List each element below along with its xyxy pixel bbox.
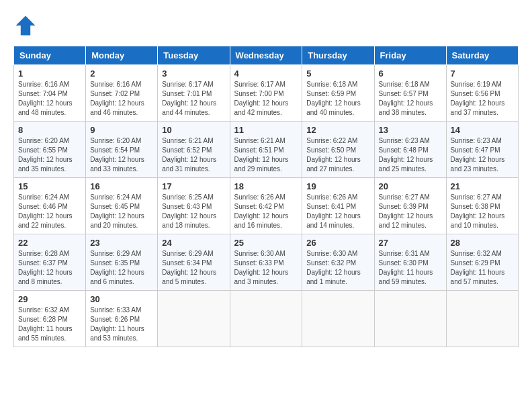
- calendar-cell: 15Sunrise: 6:24 AMSunset: 6:46 PMDayligh…: [14, 178, 86, 234]
- calendar-cell: 2Sunrise: 6:16 AMSunset: 7:02 PMDaylight…: [86, 65, 158, 122]
- day-number: 5: [306, 68, 369, 79]
- calendar-cell: 12Sunrise: 6:22 AMSunset: 6:50 PMDayligh…: [302, 122, 374, 178]
- calendar-cell: 10Sunrise: 6:21 AMSunset: 6:52 PMDayligh…: [158, 122, 230, 178]
- day-info: Sunrise: 6:28 AMSunset: 6:37 PMDaylight:…: [18, 250, 73, 285]
- day-header-wednesday: Wednesday: [230, 46, 302, 65]
- day-info: Sunrise: 6:24 AMSunset: 6:45 PMDaylight:…: [90, 193, 144, 229]
- day-info: Sunrise: 6:27 AMSunset: 6:39 PMDaylight:…: [379, 193, 433, 229]
- day-info: Sunrise: 6:21 AMSunset: 6:52 PMDaylight:…: [162, 137, 216, 173]
- calendar-cell: 17Sunrise: 6:25 AMSunset: 6:43 PMDayligh…: [158, 178, 230, 234]
- day-number: 13: [379, 125, 442, 135]
- day-info: Sunrise: 6:27 AMSunset: 6:38 PMDaylight:…: [451, 193, 505, 229]
- day-number: 16: [90, 181, 153, 191]
- day-number: 3: [162, 68, 225, 79]
- logo-icon: [13, 13, 38, 38]
- day-info: Sunrise: 6:31 AMSunset: 6:30 PMDaylight:…: [379, 250, 433, 285]
- day-header-saturday: Saturday: [446, 46, 518, 65]
- day-info: Sunrise: 6:24 AMSunset: 6:46 PMDaylight:…: [18, 193, 73, 229]
- day-info: Sunrise: 6:30 AMSunset: 6:33 PMDaylight:…: [234, 250, 289, 285]
- calendar-cell: 26Sunrise: 6:30 AMSunset: 6:32 PMDayligh…: [302, 234, 374, 291]
- calendar-cell: [158, 291, 230, 347]
- day-info: Sunrise: 6:32 AMSunset: 6:29 PMDaylight:…: [451, 250, 505, 285]
- day-info: Sunrise: 6:21 AMSunset: 6:51 PMDaylight:…: [234, 137, 289, 173]
- day-number: 6: [379, 68, 442, 79]
- day-number: 18: [234, 181, 298, 191]
- calendar-cell: 21Sunrise: 6:27 AMSunset: 6:38 PMDayligh…: [446, 178, 518, 234]
- calendar-header-row: SundayMondayTuesdayWednesdayThursdayFrid…: [14, 46, 519, 65]
- calendar-cell: 9Sunrise: 6:20 AMSunset: 6:54 PMDaylight…: [86, 122, 158, 178]
- calendar-week-3: 15Sunrise: 6:24 AMSunset: 6:46 PMDayligh…: [14, 178, 519, 234]
- day-number: 9: [90, 125, 153, 135]
- calendar-table: SundayMondayTuesdayWednesdayThursdayFrid…: [13, 46, 519, 347]
- calendar-cell: 20Sunrise: 6:27 AMSunset: 6:39 PMDayligh…: [374, 178, 446, 234]
- day-number: 24: [162, 238, 225, 248]
- day-info: Sunrise: 6:23 AMSunset: 6:48 PMDaylight:…: [379, 137, 433, 173]
- day-number: 27: [379, 238, 442, 248]
- calendar-cell: 25Sunrise: 6:30 AMSunset: 6:33 PMDayligh…: [230, 234, 302, 291]
- day-info: Sunrise: 6:32 AMSunset: 6:28 PMDaylight:…: [18, 306, 73, 342]
- day-info: Sunrise: 6:26 AMSunset: 6:42 PMDaylight:…: [234, 193, 289, 229]
- day-number: 26: [306, 238, 369, 248]
- day-number: 30: [90, 294, 153, 304]
- calendar-cell: 16Sunrise: 6:24 AMSunset: 6:45 PMDayligh…: [86, 178, 158, 234]
- day-info: Sunrise: 6:33 AMSunset: 6:26 PMDaylight:…: [90, 306, 144, 342]
- calendar-cell: [446, 291, 518, 347]
- calendar-cell: [374, 291, 446, 347]
- day-number: 25: [234, 238, 298, 248]
- calendar-week-1: 1Sunrise: 6:16 AMSunset: 7:04 PMDaylight…: [14, 65, 519, 122]
- calendar-week-2: 8Sunrise: 6:20 AMSunset: 6:55 PMDaylight…: [14, 122, 519, 178]
- day-info: Sunrise: 6:23 AMSunset: 6:47 PMDaylight:…: [451, 137, 505, 173]
- calendar-cell: 29Sunrise: 6:32 AMSunset: 6:28 PMDayligh…: [14, 291, 86, 347]
- day-number: 12: [306, 125, 369, 135]
- calendar-cell: 14Sunrise: 6:23 AMSunset: 6:47 PMDayligh…: [446, 122, 518, 178]
- day-header-thursday: Thursday: [302, 46, 374, 65]
- day-info: Sunrise: 6:16 AMSunset: 7:04 PMDaylight:…: [18, 81, 73, 116]
- day-number: 17: [162, 181, 225, 191]
- day-number: 1: [18, 68, 81, 79]
- day-info: Sunrise: 6:22 AMSunset: 6:50 PMDaylight:…: [306, 137, 361, 173]
- day-info: Sunrise: 6:20 AMSunset: 6:55 PMDaylight:…: [18, 137, 73, 173]
- calendar-cell: 1Sunrise: 6:16 AMSunset: 7:04 PMDaylight…: [14, 65, 86, 122]
- day-number: 14: [451, 125, 514, 135]
- calendar-cell: [302, 291, 374, 347]
- logo: [13, 13, 40, 38]
- day-info: Sunrise: 6:30 AMSunset: 6:32 PMDaylight:…: [306, 250, 361, 285]
- day-number: 4: [234, 68, 298, 79]
- day-info: Sunrise: 6:29 AMSunset: 6:35 PMDaylight:…: [90, 250, 144, 285]
- day-number: 21: [451, 181, 514, 191]
- day-header-tuesday: Tuesday: [158, 46, 230, 65]
- day-number: 7: [451, 68, 514, 79]
- day-number: 11: [234, 125, 298, 135]
- calendar-cell: 13Sunrise: 6:23 AMSunset: 6:48 PMDayligh…: [374, 122, 446, 178]
- day-header-sunday: Sunday: [14, 46, 86, 65]
- day-number: 29: [18, 294, 81, 304]
- day-info: Sunrise: 6:20 AMSunset: 6:54 PMDaylight:…: [90, 137, 144, 173]
- day-number: 15: [18, 181, 81, 191]
- calendar-cell: 24Sunrise: 6:29 AMSunset: 6:34 PMDayligh…: [158, 234, 230, 291]
- calendar-cell: 27Sunrise: 6:31 AMSunset: 6:30 PMDayligh…: [374, 234, 446, 291]
- calendar-cell: 5Sunrise: 6:18 AMSunset: 6:59 PMDaylight…: [302, 65, 374, 122]
- day-number: 28: [451, 238, 514, 248]
- day-number: 19: [306, 181, 369, 191]
- svg-marker-0: [16, 16, 36, 36]
- calendar-cell: 4Sunrise: 6:17 AMSunset: 7:00 PMDaylight…: [230, 65, 302, 122]
- calendar-cell: 28Sunrise: 6:32 AMSunset: 6:29 PMDayligh…: [446, 234, 518, 291]
- day-info: Sunrise: 6:25 AMSunset: 6:43 PMDaylight:…: [162, 193, 216, 229]
- day-info: Sunrise: 6:19 AMSunset: 6:56 PMDaylight:…: [451, 81, 505, 116]
- calendar-cell: 8Sunrise: 6:20 AMSunset: 6:55 PMDaylight…: [14, 122, 86, 178]
- day-info: Sunrise: 6:26 AMSunset: 6:41 PMDaylight:…: [306, 193, 361, 229]
- day-info: Sunrise: 6:18 AMSunset: 6:59 PMDaylight:…: [306, 81, 361, 116]
- calendar-cell: 6Sunrise: 6:18 AMSunset: 6:57 PMDaylight…: [374, 65, 446, 122]
- day-number: 23: [90, 238, 153, 248]
- calendar-cell: [230, 291, 302, 347]
- calendar-cell: 23Sunrise: 6:29 AMSunset: 6:35 PMDayligh…: [86, 234, 158, 291]
- calendar-cell: 7Sunrise: 6:19 AMSunset: 6:56 PMDaylight…: [446, 65, 518, 122]
- calendar-cell: 3Sunrise: 6:17 AMSunset: 7:01 PMDaylight…: [158, 65, 230, 122]
- calendar-week-5: 29Sunrise: 6:32 AMSunset: 6:28 PMDayligh…: [14, 291, 519, 347]
- day-info: Sunrise: 6:18 AMSunset: 6:57 PMDaylight:…: [379, 81, 433, 116]
- calendar-cell: 22Sunrise: 6:28 AMSunset: 6:37 PMDayligh…: [14, 234, 86, 291]
- day-header-friday: Friday: [374, 46, 446, 65]
- day-number: 20: [379, 181, 442, 191]
- day-number: 2: [90, 68, 153, 79]
- day-info: Sunrise: 6:29 AMSunset: 6:34 PMDaylight:…: [162, 250, 216, 285]
